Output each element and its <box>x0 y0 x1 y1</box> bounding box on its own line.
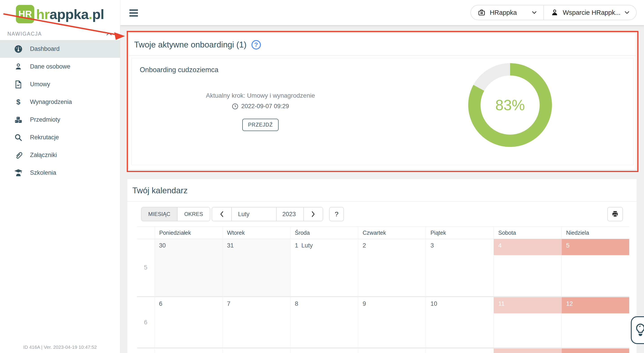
sidebar-item-przedmioty[interactable]: Przedmioty <box>0 111 120 128</box>
calendar-day-cell[interactable] <box>494 348 561 353</box>
progress-percent: 83% <box>468 63 552 147</box>
divider <box>129 55 636 56</box>
calendar-day-cell[interactable] <box>358 348 426 353</box>
gauge-icon <box>14 44 23 54</box>
week-number: 6 <box>137 297 154 348</box>
briefcase-icon <box>478 8 486 16</box>
calendar-day-cell[interactable] <box>561 348 629 353</box>
sidebar-item-dashboard[interactable]: Dashboard <box>0 40 120 58</box>
day-number: 11 <box>498 300 504 307</box>
menu-icon[interactable] <box>130 10 138 18</box>
month-navigator: Luty 2023 <box>212 207 323 221</box>
sidebar-item-dane-osobowe[interactable]: Dane osobowe <box>0 58 120 76</box>
day-number: 9 <box>358 297 426 307</box>
calendar-day-cell[interactable] <box>222 348 290 353</box>
progress-donut-chart: 83% <box>468 63 552 147</box>
calendar-help-button[interactable]: ? <box>329 207 344 221</box>
chevron-left-icon <box>220 211 224 217</box>
calendar-day-cell[interactable]: 12 <box>561 297 629 348</box>
calendar-day-cell[interactable]: 8 <box>290 297 358 348</box>
chevron-up-icon[interactable] <box>106 32 112 36</box>
sunday-highlight: 5 <box>562 239 629 255</box>
user-name: Wsparcie HRappk... <box>563 9 620 16</box>
help-icon[interactable]: ? <box>252 40 261 50</box>
week-number-header <box>137 227 154 239</box>
sidebar-item-label: Szkolenia <box>30 169 56 176</box>
day-number: 8 <box>290 297 358 307</box>
day-number: 4 <box>498 242 502 249</box>
day-number: 7 <box>222 297 290 307</box>
sidebar-item-wynagrodzenia[interactable]: $Wynagrodzenia <box>0 93 120 111</box>
day-number <box>154 348 222 352</box>
calendar-day-cell[interactable]: 7 <box>222 297 290 348</box>
hrappka-logo[interactable]: HR hrappka.pl <box>0 5 120 23</box>
calendar-day-cell[interactable]: 2 <box>358 239 426 296</box>
calendar-day-cell[interactable] <box>154 348 222 353</box>
company-dropdown[interactable]: HRappka <box>471 6 544 20</box>
graduation-cap-icon <box>14 169 23 177</box>
company-name: HRappka <box>490 9 528 16</box>
sidebar-item-label: Wynagrodzenia <box>30 98 72 106</box>
sidebar-item-label: Dashboard <box>30 46 60 52</box>
day-number: 12 <box>566 300 573 307</box>
day-number: 10 <box>426 297 494 307</box>
calendar-day-cell[interactable]: 3 <box>426 239 494 296</box>
calendar-day-cell[interactable]: 4 <box>494 239 561 296</box>
calendar-day-cell[interactable]: 30 <box>154 239 222 296</box>
user-dropdown[interactable]: Wsparcie HRappk... <box>544 6 636 20</box>
sunday-highlight: 12 <box>562 297 629 313</box>
onboarding-timestamp: 2022-09-07 09:29 <box>241 103 289 110</box>
view-switcher: MIESIĄC OKRES <box>141 207 210 221</box>
hrappka-logo-icon: HR <box>16 5 34 23</box>
month-select[interactable]: Luty <box>231 208 276 221</box>
sidebar-item-label: Rekrutacje <box>30 134 59 141</box>
calendar-day-cell[interactable]: 6 <box>154 297 222 348</box>
cubes-icon <box>14 116 23 124</box>
saturday-highlight: 11 <box>494 297 561 313</box>
topbar-dropdowns: HRappka Wsparcie HRappk... <box>470 5 636 20</box>
day-number: 1Luty <box>290 239 358 249</box>
calendar-day-cell[interactable]: 31 <box>222 239 290 296</box>
print-button[interactable] <box>607 207 623 221</box>
calendar-day-cell[interactable]: 1Luty <box>290 239 358 296</box>
next-month-button[interactable] <box>304 208 323 221</box>
calendar-day-cell[interactable] <box>290 348 358 353</box>
calendar-title: Twój kalendarz <box>132 186 188 195</box>
go-button[interactable]: PRZEJDŹ <box>242 119 279 131</box>
day-number: 2 <box>358 239 426 249</box>
sidebar-item-rekrutacje[interactable]: Rekrutacje <box>0 128 120 146</box>
view-period-button[interactable]: OKRES <box>177 208 210 221</box>
print-icon <box>611 210 619 218</box>
view-month-button[interactable]: MIESIĄC <box>142 208 177 221</box>
weekday-header: Poniedziałek <box>154 227 222 239</box>
sidebar-item-załączniki[interactable]: Załączniki <box>0 146 120 164</box>
hrappka-logo-text: hrappka.pl <box>36 6 104 22</box>
week-number <box>137 348 154 353</box>
calendar-controls: MIESIĄC OKRES Luty 2023 ? <box>128 202 636 227</box>
version-info: ID 416A | Ver. 2023-04-19 10:47:52 <box>0 344 120 350</box>
prev-month-button[interactable] <box>212 208 231 221</box>
search-icon <box>14 134 23 142</box>
calendar-day-cell[interactable]: 5 <box>561 239 629 296</box>
tips-button[interactable] <box>631 316 644 344</box>
saturday-highlight: 4 <box>494 239 561 255</box>
calendar-day-cell[interactable]: 11 <box>494 297 561 348</box>
calendar-panel: Twój kalendarz MIESIĄC OKRES Luty 2023 ?… <box>128 179 636 353</box>
day-number <box>290 348 358 352</box>
saturday-highlight <box>494 348 561 353</box>
lightbulb-icon <box>635 323 644 337</box>
sidebar-item-label: Załączniki <box>30 152 57 158</box>
calendar-day-cell[interactable] <box>426 348 494 353</box>
calendar-day-cell[interactable]: 10 <box>426 297 494 348</box>
chevron-down-icon <box>624 11 630 14</box>
day-number <box>222 348 290 352</box>
sidebar-item-umowy[interactable]: Umowy <box>0 76 120 93</box>
weekday-header: Sobota <box>494 227 561 239</box>
year-select[interactable]: 2023 <box>276 208 304 221</box>
calendar-day-cell[interactable]: 9 <box>358 297 426 348</box>
sidebar-item-label: Przedmioty <box>30 116 60 123</box>
sidebar-item-szkolenia[interactable]: Szkolenia <box>0 164 120 182</box>
document-icon <box>14 80 23 89</box>
sidebar: HR hrappka.pl NAWIGACJA DashboardDane os… <box>0 0 120 353</box>
day-number: 6 <box>154 297 222 307</box>
